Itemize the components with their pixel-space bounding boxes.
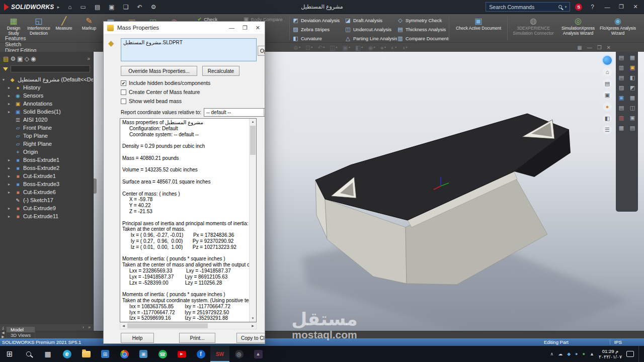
tree-item[interactable]: ☰ AISI 1020 [0,116,93,124]
close-button[interactable]: ✕ [631,4,640,10]
zoom-fit-icon[interactable]: ⊕ [293,44,300,51]
user-account-icon[interactable]: S [575,4,582,11]
start-button[interactable]: ⊞ [0,346,19,362]
ribbon-large-button[interactable]: ╱ Measure [51,15,76,36]
facebook-icon[interactable]: f [191,346,210,362]
featuremanager-tab-icon[interactable]: ▤ [3,55,9,62]
task-pane-icon[interactable]: ▣ [619,95,624,101]
scroll-up-arrow[interactable]: ▲ [250,119,256,125]
display-style-icon[interactable]: ◧ [355,44,363,51]
command-tab[interactable]: Sketch [0,41,41,47]
ribbon-large-button[interactable]: ◱ Interference Detection [26,15,51,36]
section-view-icon[interactable]: ◫ [330,44,337,51]
tray-expand-icon[interactable]: ∧ [550,351,554,356]
taskbar-clock[interactable]: 01:29 م ٢٠٢٢/٠١/٠٧ [599,348,622,359]
include-hidden-bodies-checkbox[interactable]: ✔ [121,80,126,86]
help-book-icon[interactable]: ▤ [603,79,612,88]
search-button[interactable] [19,346,38,362]
maximize-button[interactable]: ❐ [617,4,626,10]
search-commands-box[interactable]: Search Commands ▾ [486,2,570,12]
ribbon-large-button[interactable]: ✎ Markup [76,15,102,36]
tree-item[interactable]: ▸ ■ Cut-Extrude11 [0,212,93,220]
print-button[interactable]: Print... [179,333,215,343]
doc-close-icon[interactable]: ✕ [607,45,611,50]
tree-flyout-chevron[interactable]: » [88,325,91,330]
tree-item[interactable]: ▸ ■ Boss-Extrude3 [0,180,93,188]
model-tab[interactable]: Model [7,327,35,332]
3dexperience-icon[interactable] [603,56,612,65]
dialog-minimize-button[interactable]: — [229,25,234,31]
results-vertical-scrollbar[interactable]: ▲ ▼ [249,119,256,322]
task-pane-icon[interactable]: ◫ [630,105,635,111]
print-icon[interactable]: ❏ [123,4,129,11]
scene-icon[interactable]: ◧ [603,114,612,123]
expander-icon[interactable]: ▸ [8,190,13,195]
panel-expand-chevron[interactable]: » [87,56,90,61]
appearance-icon[interactable]: ● [603,102,612,111]
expander-icon[interactable]: ▸ [8,158,13,162]
panel-splitter-handle[interactable] [94,178,97,194]
vertical-scroll-thumb[interactable] [250,126,256,155]
tree-item[interactable]: ▸ ● History [0,83,93,92]
ribbon-small-button[interactable]: ▤ Thickness Analysis [397,25,449,34]
copy-to-clipboard-button[interactable]: Copy to Clipb [236,333,265,343]
zoom-area-icon[interactable]: ⊡ [305,44,312,51]
layers-icon[interactable]: ☰ [603,125,612,134]
expander-icon[interactable]: ▸ [8,102,13,106]
help-button[interactable]: Help [121,333,154,343]
status-units[interactable]: IPS [610,339,622,345]
youtube-icon[interactable]: ▶ [172,346,191,362]
minimize-button[interactable]: — [603,4,612,10]
open-document-icon[interactable]: ▤ [95,4,100,11]
task-pane-icon[interactable]: ◧ [630,74,635,81]
scroll-left-arrow[interactable]: ◀ [120,323,127,329]
task-pane-icon[interactable]: ▥ [619,115,624,121]
battery-icon[interactable]: ▲ [590,351,594,356]
task-pane-icon[interactable]: ▦ [630,95,635,101]
horizontal-scroll-thumb[interactable] [127,323,208,328]
tree-item[interactable]: ▸ ■ Boss-Extrude1 [0,156,93,164]
dropdown-arrow-icon[interactable]: ▼ [264,109,265,116]
tree-filter-input[interactable] [11,65,90,72]
show-weld-bead-checkbox[interactable] [121,99,126,104]
tree-item[interactable]: ▸ ■ Boss-Extrude2 [0,164,93,172]
tree-item[interactable]: ▱ Front Plane [0,124,93,132]
home-icon[interactable]: ⌂ [68,4,71,11]
ribbon-small-button[interactable]: ◩ Deviation Analysis [292,16,345,25]
dialog-close-button[interactable]: ✕ [256,25,260,31]
task-pane-icon[interactable]: ▤ [619,74,624,81]
selected-file-box[interactable]: مشروع المستطيل.SLDPRT [121,38,257,61]
tree-scroll-right[interactable]: › [83,325,84,330]
task-pane-icon[interactable]: ◩ [630,84,635,91]
displaymanager-tab-icon[interactable]: ◉ [31,55,36,62]
expander-icon[interactable]: ▾ [3,77,7,82]
previous-view-icon[interactable]: ↶ [317,44,325,51]
scroll-down-arrow[interactable]: ▼ [250,315,256,322]
whatsapp-icon[interactable]: ☎ [153,346,172,362]
view-orientation-icon[interactable]: ▣ [343,44,350,51]
coordinate-system-dropdown[interactable]: -- default -- ▼ [204,108,265,117]
ribbon-small-button[interactable]: ▥ Compare Documents [397,34,449,43]
task-pane-icon[interactable]: ▥ [619,64,624,71]
doc-minimize-icon[interactable]: — [587,45,592,50]
doc-restore-icon[interactable]: ❐ [597,45,602,50]
command-tab[interactable]: Features [0,35,41,41]
defender-icon[interactable]: ◆ [567,351,571,356]
ribbon-large-button[interactable]: ◎ SimulationXpress Analysis Wizard [557,15,599,36]
task-pane-icon[interactable]: ▤ [619,54,624,61]
ribbon-small-button[interactable]: ◧ Curvature [292,34,345,43]
task-pane-icon[interactable]: ▣ [630,115,635,121]
task-pane-icon[interactable]: ▦ [619,125,624,131]
task-view-button[interactable]: ▦ [38,346,57,362]
task-pane-icon[interactable]: ▤ [630,125,635,131]
expander-icon[interactable]: ▸ [8,206,13,211]
store-icon[interactable]: ⊞ [96,346,115,362]
options-button[interactable]: Opt... [258,46,265,56]
ribbon-large-button[interactable]: ▦ Design Study [1,15,26,36]
search-icon[interactable] [558,5,562,9]
task-pane-icon[interactable]: ▣ [630,64,635,71]
ribbon-small-button[interactable]: ◇ Symmetry Check [397,16,449,25]
save-icon[interactable]: ▣ [109,4,114,11]
results-horizontal-scrollbar[interactable]: ◀ ▶ [120,322,257,329]
create-com-feature-checkbox[interactable] [121,89,126,95]
